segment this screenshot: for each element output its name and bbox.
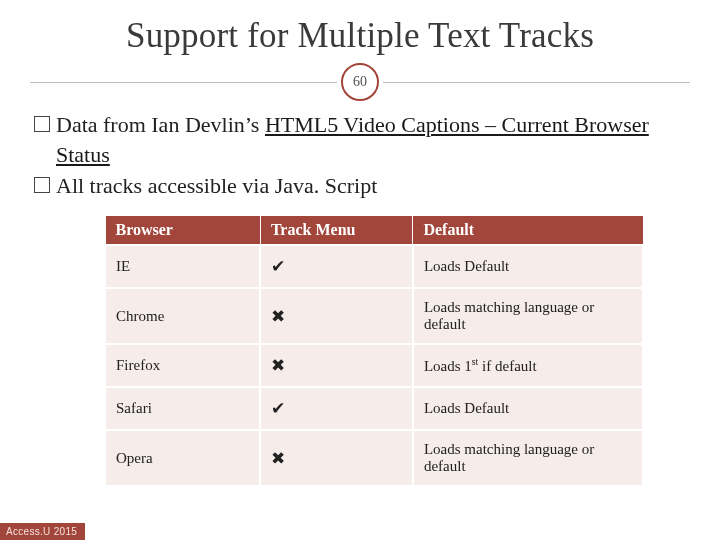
bullet-text: All tracks accessible via Java. Script	[56, 171, 686, 201]
table-row: IE ✔ Loads Default	[105, 245, 643, 288]
table-header-row: Browser Track Menu Default	[105, 216, 643, 246]
support-table: Browser Track Menu Default IE ✔ Loads De…	[104, 215, 644, 487]
table-row: Chrome ✖ Loads matching language or defa…	[105, 288, 643, 344]
col-header-track-menu: Track Menu	[260, 216, 413, 246]
slide-title: Support for Multiple Text Tracks	[30, 16, 690, 56]
table-row: Opera ✖ Loads matching language or defau…	[105, 430, 643, 486]
square-bullet-icon	[34, 116, 50, 132]
footer-label: Access.U 2015	[0, 523, 85, 540]
cell-track-menu: ✔	[260, 387, 413, 430]
col-header-browser: Browser	[105, 216, 260, 246]
cell-track-menu: ✖	[260, 288, 413, 344]
table-row: Firefox ✖ Loads 1st if default	[105, 344, 643, 387]
cell-default: Loads 1st if default	[413, 344, 643, 387]
bullet-item: Data from Ian Devlin’s HTML5 Video Capti…	[34, 110, 686, 169]
cell-browser: IE	[105, 245, 260, 288]
table-row: Safari ✔ Loads Default	[105, 387, 643, 430]
cell-browser: Safari	[105, 387, 260, 430]
cell-track-menu: ✖	[260, 430, 413, 486]
cell-track-menu: ✔	[260, 245, 413, 288]
bullet-list: Data from Ian Devlin’s HTML5 Video Capti…	[34, 110, 686, 201]
bullet-text: Data from Ian Devlin’s HTML5 Video Capti…	[56, 110, 686, 169]
slide: Support for Multiple Text Tracks 60 Data…	[0, 0, 720, 540]
cell-browser: Opera	[105, 430, 260, 486]
cell-default: Loads Default	[413, 245, 643, 288]
page-number-badge: 60	[341, 63, 379, 101]
cell-default: Loads matching language or default	[413, 430, 643, 486]
cell-default: Loads matching language or default	[413, 288, 643, 344]
cell-browser: Firefox	[105, 344, 260, 387]
title-rule: 60	[30, 62, 690, 102]
bullet-item: All tracks accessible via Java. Script	[34, 171, 686, 201]
bullet-prefix: Data from Ian Devlin’s	[56, 112, 265, 137]
cell-default: Loads Default	[413, 387, 643, 430]
cell-browser: Chrome	[105, 288, 260, 344]
col-header-default: Default	[413, 216, 643, 246]
square-bullet-icon	[34, 177, 50, 193]
cell-track-menu: ✖	[260, 344, 413, 387]
